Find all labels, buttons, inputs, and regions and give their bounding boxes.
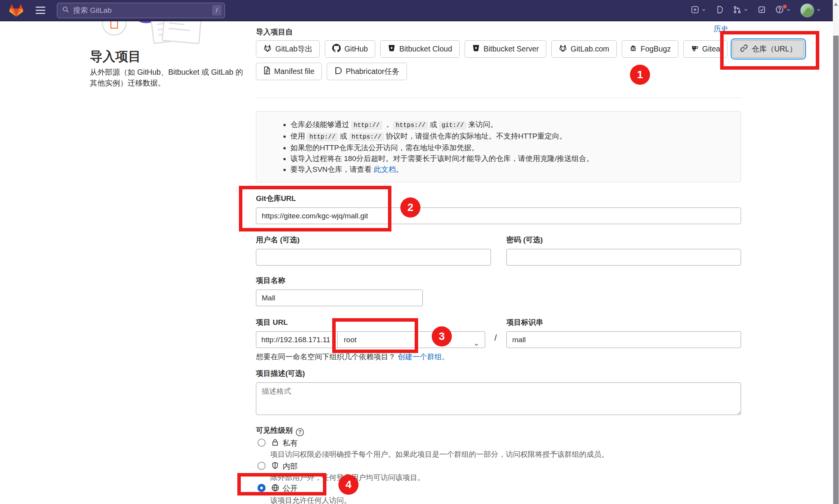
project-name-label: 项目名称 [256, 276, 285, 286]
git-url-label: Git仓库URL [256, 194, 296, 204]
namespace-select[interactable]: root [337, 331, 485, 348]
project-name-input[interactable] [256, 290, 423, 306]
plus-icon [691, 5, 699, 15]
bitbucket-icon [388, 44, 396, 54]
import-gitlab-export-button[interactable]: GitLab导出 [256, 40, 320, 58]
import-notice-box: 仓库必须能够通过 http:// ， https:// 或 git:// 来访问… [256, 111, 741, 182]
annotation-step-3: 3 [432, 326, 452, 346]
merge-request-icon [733, 5, 741, 15]
import-repo-url-button[interactable]: 仓库（URL） [733, 40, 804, 58]
import-gitea-button[interactable]: Gitea [683, 40, 728, 58]
username-input[interactable] [256, 249, 491, 266]
import-bitbucket-cloud-button[interactable]: Bitbucket Cloud [380, 40, 460, 58]
search-icon [62, 6, 69, 15]
chevron-down-icon [743, 7, 748, 14]
project-url-base: http://192.168.171.11 [256, 331, 338, 348]
notification-dot [782, 4, 788, 9]
url-separator: / [494, 333, 497, 343]
visibility-radio-internal[interactable] [257, 462, 266, 470]
new-menu-button[interactable] [691, 5, 706, 15]
visibility-internal-name: 内部 [283, 461, 298, 471]
visibility-public-desc: 该项目允许任何人访问。 [270, 495, 351, 504]
visibility-private-desc: 项目访问权限必须明确授予每个用户。如果此项目是一个群组的一部分，访问权限将授予该… [270, 449, 609, 459]
create-group-link[interactable]: 创建一个群组。 [398, 353, 449, 361]
import-from-label: 导入项目自 [256, 27, 293, 37]
gitea-cup-icon [691, 44, 699, 54]
password-label: 密码 (可选) [506, 235, 543, 245]
import-gitlab-com-button[interactable]: GitLab.com [551, 40, 617, 58]
help-button[interactable] [775, 5, 791, 15]
visibility-label: 可见性级别? [256, 425, 304, 436]
project-description-label: 项目描述(可选) [256, 369, 305, 379]
user-menu-button[interactable] [800, 3, 821, 17]
project-slug-label: 项目标识串 [506, 317, 543, 327]
import-bitbucket-server-button[interactable]: Bitbucket Server [465, 40, 546, 58]
chevron-down-icon [701, 7, 706, 14]
import-buttons-row-1: GitLab导出 GitHub Bitbucket Cloud Bitbucke… [256, 40, 804, 58]
history-link[interactable]: 历史 [714, 24, 728, 34]
link-icon [740, 44, 748, 54]
search-input[interactable]: 搜索 GitLab / [57, 3, 225, 18]
file-icon [263, 66, 271, 77]
scrollbar-thumb[interactable] [833, 36, 839, 504]
gitlab-tanuki-icon [559, 44, 567, 54]
todo-check-icon [758, 5, 766, 15]
git-url-input[interactable] [256, 207, 741, 224]
hamburger-menu-icon[interactable] [36, 7, 45, 14]
docs-icon [715, 5, 724, 15]
annotation-step-2: 2 [400, 197, 420, 218]
visibility-radio-public[interactable] [257, 484, 266, 492]
scroll-up-arrow-icon[interactable] [834, 3, 838, 6]
project-url-label: 项目 URL [256, 317, 288, 327]
merge-requests-button[interactable] [733, 5, 748, 15]
browser-scrollbar[interactable] [833, 0, 839, 504]
search-shortcut-key: / [212, 5, 221, 15]
group-hint: 想要在同一命名空间下组织几个依赖项目？ 创建一个群组。 [256, 352, 449, 362]
project-slug-input[interactable] [506, 331, 741, 348]
import-github-button[interactable]: GitHub [325, 40, 375, 58]
notice-bullet: 如果您的HTTP仓库无法公开访问，需在地址中添加凭据。 [290, 144, 741, 152]
gitlab-logo-icon[interactable] [9, 4, 23, 17]
import-fogbugz-button[interactable]: FogBugz [622, 40, 678, 58]
project-description-textarea[interactable] [256, 382, 741, 415]
shield-icon [271, 461, 279, 471]
notice-bullet: 使用 http:// 或 https:// 协议时，请提供仓库的实际地址。不支持… [290, 132, 741, 141]
todos-button[interactable] [758, 5, 766, 15]
notice-bullet: 该导入过程将在 180分后超时。对于需要长于该时间才能导入的仓库，请使用克隆/推… [290, 154, 741, 163]
phabricator-icon [334, 67, 342, 77]
visibility-public-name: 公开 [283, 483, 298, 494]
annotation-step-4: 4 [338, 475, 359, 495]
globe-icon [271, 483, 280, 494]
section-divider [256, 98, 741, 98]
bug-icon [629, 44, 637, 54]
github-icon [332, 44, 341, 54]
docs-button[interactable] [715, 5, 724, 15]
page-title: 导入项目 [90, 48, 141, 65]
avatar [800, 3, 814, 17]
gitlab-tanuki-icon [263, 44, 272, 54]
search-placeholder: 搜索 GitLab [73, 5, 112, 15]
svn-doc-link[interactable]: 此文档 [374, 165, 396, 173]
lock-icon [271, 438, 279, 448]
bitbucket-icon [472, 44, 480, 54]
username-label: 用户名 (可选) [256, 235, 300, 245]
visibility-radio-private[interactable] [257, 439, 266, 447]
password-input[interactable] [506, 249, 741, 266]
import-phabricator-button[interactable]: Phabricator任务 [327, 63, 407, 80]
chevron-down-icon [816, 7, 821, 14]
import-manifest-file-button[interactable]: Manifest file [256, 63, 322, 80]
notice-bullet: 仓库必须能够通过 http:// ， https:// 或 git:// 来访问… [290, 120, 741, 130]
notice-bullet: 要导入SVN仓库，请查看 此文档。 [290, 165, 741, 174]
annotation-step-1: 1 [630, 65, 650, 85]
top-navbar: 搜索 GitLab / [0, 0, 833, 21]
import-buttons-row-2: Manifest file Phabricator任务 [256, 63, 407, 80]
page-description: 从外部源（如 GitHub、Bitbucket 或 GitLab 的其他实例）迁… [90, 67, 244, 88]
visibility-private-name: 私有 [283, 438, 298, 448]
help-question-icon[interactable]: ? [296, 428, 304, 436]
chevron-down-icon [474, 337, 479, 353]
